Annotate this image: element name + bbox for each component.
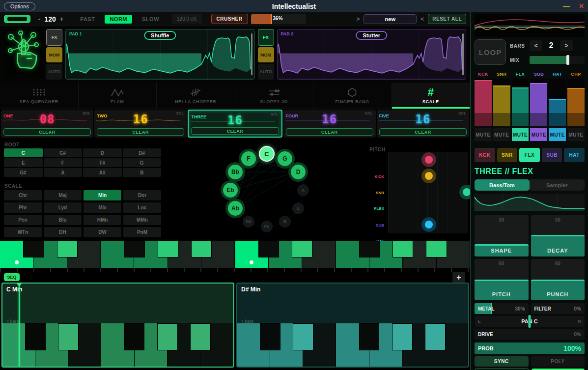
- scale-lyd[interactable]: Lyd: [44, 202, 82, 213]
- preset-next-button[interactable]: <: [420, 16, 424, 23]
- pad2-fx-button[interactable]: FX: [258, 29, 274, 46]
- mix-handle[interactable]: [566, 55, 569, 65]
- crusher-amount-slider[interactable]: 36%: [251, 14, 306, 24]
- fader-flx[interactable]: [512, 79, 529, 126]
- root-note-fsharp[interactable]: F#: [83, 158, 122, 167]
- circle-note-e[interactable]: E: [292, 202, 304, 214]
- scale-min[interactable]: Min: [84, 190, 121, 200]
- black-key[interactable]: [157, 323, 178, 350]
- root-note-g[interactable]: G: [123, 158, 162, 167]
- clear-button[interactable]: CLEAR: [191, 127, 279, 135]
- black-key[interactable]: [292, 241, 312, 257]
- decay-slider[interactable]: 50 DECAY: [531, 215, 585, 256]
- black-key[interactable]: [191, 241, 212, 257]
- pad2-mom-button[interactable]: MOM: [258, 47, 274, 63]
- scale-loc[interactable]: Loc: [123, 202, 161, 213]
- pad1-fx-button[interactable]: FX: [46, 29, 62, 46]
- tab-sloppy-jo[interactable]: SLOPPY JO: [235, 83, 314, 109]
- black-key[interactable]: [258, 241, 279, 257]
- scale-mix[interactable]: Mix: [84, 202, 121, 213]
- root-note-e[interactable]: E: [4, 158, 43, 167]
- shape-slider[interactable]: 30 SHAPE: [475, 215, 529, 256]
- scale-dh[interactable]: DH: [44, 227, 82, 237]
- scale-hmn[interactable]: HMn: [84, 215, 121, 225]
- mute-sub-button[interactable]: MUTE: [530, 128, 547, 141]
- root-note-csharp[interactable]: C#: [44, 148, 83, 157]
- fader-sub[interactable]: [530, 79, 547, 126]
- touch-hand-icon[interactable]: [4, 29, 43, 78]
- pad1-effect-chip[interactable]: Shuffle: [144, 31, 176, 40]
- black-key[interactable]: [158, 241, 178, 257]
- circle-note-db[interactable]: Db: [243, 216, 254, 228]
- preset-name-field[interactable]: new: [364, 14, 417, 24]
- add-pattern-button[interactable]: +: [452, 272, 465, 284]
- black-key[interactable]: [25, 323, 46, 350]
- black-key[interactable]: [23, 241, 44, 257]
- crusher-handle[interactable]: [271, 14, 272, 24]
- black-key[interactable]: [260, 323, 280, 350]
- filter-slider[interactable]: FILTER 0%: [531, 303, 585, 314]
- root-note-b[interactable]: B: [123, 168, 162, 177]
- probability-slider[interactable]: PROB 100%: [475, 342, 585, 354]
- black-key[interactable]: [392, 241, 413, 257]
- circle-note-ab[interactable]: Ab: [228, 201, 243, 216]
- pad1-mom-button[interactable]: MOM: [46, 47, 62, 63]
- tab-hella-chopper[interactable]: HELLA CHOPPER: [157, 83, 235, 109]
- pad2-xy-panel[interactable]: PAD 2 Stutter: [277, 29, 467, 80]
- black-key[interactable]: [359, 323, 380, 350]
- black-key[interactable]: [293, 323, 313, 350]
- engine-tab-sampler[interactable]: Sampler: [530, 179, 585, 191]
- slot-four[interactable]: FOUR SCL 8816 CLEAR: [283, 110, 376, 138]
- fader-chp[interactable]: [567, 79, 585, 126]
- black-key[interactable]: [124, 323, 145, 350]
- fader-hat[interactable]: [549, 79, 566, 126]
- pad2-scroll-handle[interactable]: [462, 33, 464, 75]
- clear-button[interactable]: CLEAR: [379, 128, 467, 136]
- edit-tab-snr[interactable]: SNR: [497, 148, 518, 162]
- circle-note-eb[interactable]: Eb: [223, 183, 238, 198]
- mute-chp-button[interactable]: MUTE: [567, 128, 585, 141]
- circle-note-bb[interactable]: Bb: [228, 165, 243, 179]
- pan-slider[interactable]: L PAN C R: [475, 316, 585, 327]
- scale-keyboard[interactable]: [0, 241, 470, 268]
- pitch-dot-hat[interactable]: [425, 221, 433, 228]
- black-key[interactable]: [426, 241, 447, 257]
- speed-slow-button[interactable]: SLOW: [137, 15, 164, 24]
- scale-dw[interactable]: DW: [84, 227, 121, 237]
- black-key[interactable]: [425, 323, 446, 350]
- scale-wtn[interactable]: WTn: [4, 227, 42, 237]
- mute-flx-button[interactable]: MUTE: [512, 128, 529, 141]
- pad2-auto-button[interactable]: AUTO: [258, 64, 274, 80]
- circle-note-f[interactable]: F: [241, 151, 256, 166]
- root-note-dsharp[interactable]: D#: [123, 148, 162, 157]
- scale-blu[interactable]: Blu: [44, 215, 82, 225]
- clear-button[interactable]: CLEAR: [97, 128, 184, 136]
- clear-button[interactable]: CLEAR: [286, 128, 373, 136]
- pitch-dot-snr[interactable]: [425, 172, 433, 180]
- root-note-d[interactable]: D: [83, 148, 122, 157]
- poly-button[interactable]: POLY: [531, 356, 585, 367]
- circle-note-c[interactable]: C: [259, 146, 275, 162]
- root-note-gsharp[interactable]: G#: [4, 168, 43, 177]
- scale-mmn[interactable]: MMn: [123, 215, 161, 225]
- black-key[interactable]: [124, 241, 144, 257]
- engine-tab-bass-tom[interactable]: Bass/Tom: [475, 179, 530, 191]
- fader-snr[interactable]: [493, 79, 510, 126]
- pad1-scroll-handle[interactable]: [251, 33, 252, 75]
- close-icon[interactable]: ✕: [579, 2, 584, 10]
- slot-one[interactable]: ONE SCL 8808 CLEAR: [1, 110, 93, 138]
- pitch-dot-kick[interactable]: [425, 156, 433, 164]
- mute-snr-button[interactable]: MUTE: [493, 128, 510, 141]
- edit-tab-flx[interactable]: FLX: [519, 148, 540, 162]
- pad1-xy-panel[interactable]: PAD 1 Shuffle: [65, 29, 255, 80]
- root-note-f[interactable]: F: [44, 158, 83, 167]
- seq-button[interactable]: SEQ: [4, 273, 20, 281]
- black-key[interactable]: [58, 323, 79, 350]
- bpm-minus-button[interactable]: -: [38, 15, 40, 23]
- scale-pen[interactable]: Pen: [4, 215, 42, 225]
- drive-slider[interactable]: DRIVE 0%: [475, 329, 585, 340]
- clear-button[interactable]: CLEAR: [3, 128, 91, 136]
- slot-two[interactable]: TWO SCL 8816 CLEAR: [94, 110, 187, 138]
- tap-tempo-button[interactable]: [4, 15, 30, 23]
- fader-kck[interactable]: [475, 79, 492, 126]
